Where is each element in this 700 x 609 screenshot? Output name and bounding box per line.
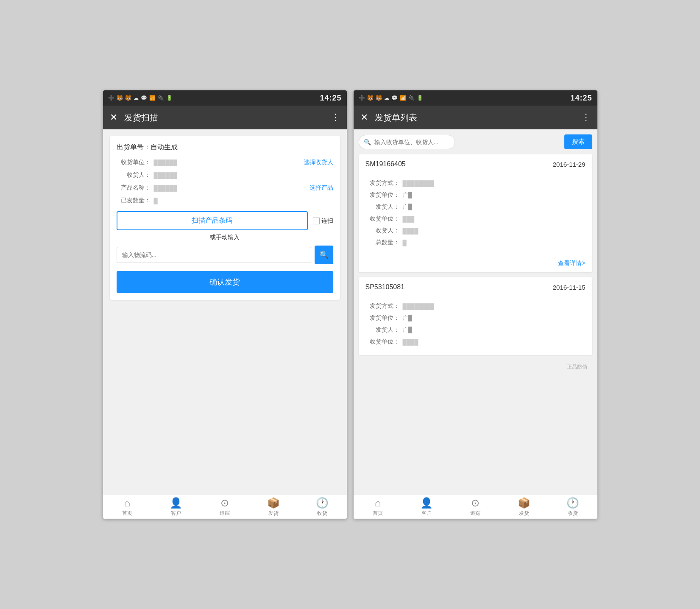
r-nav-customer-label: 客户: [421, 510, 432, 517]
order-2-ship-method: 发货方式： ████████: [365, 302, 586, 310]
list-search-button[interactable]: 搜索: [564, 134, 592, 149]
manual-input-text: 或手动输入: [117, 234, 333, 241]
shipper-value-1: 广█: [403, 203, 412, 211]
search-icon-left: 🔍: [364, 139, 371, 145]
nav-ship-label: 发货: [268, 510, 279, 517]
nav-track-label: 追踪: [220, 510, 230, 517]
select-receiver-link[interactable]: 选择收货人: [304, 159, 333, 166]
left-menu-icon[interactable]: ⋮: [331, 112, 340, 123]
order-1-total-qty: 总数量： █: [365, 239, 586, 246]
ship-method-label-2: 发货方式：: [365, 302, 399, 310]
right-app-title: 发货单列表: [375, 112, 581, 123]
confirm-ship-button[interactable]: 确认发货: [117, 271, 333, 293]
status-icons-left: ➕ 🐯 🐯 ☁ 💬 📶 🔌 🔋: [108, 95, 173, 101]
continuous-scan-text: 连扫: [321, 217, 333, 225]
logistics-search-row: 🔍: [117, 246, 333, 264]
right-phone: ➕ 🐯 🐯 ☁ 💬 📶 🔌 🔋 14:25 ✕ 发货单列表 ⋮ 🔍: [354, 90, 597, 519]
order-1-date: 2016-11-29: [553, 161, 586, 168]
total-qty-label-1: 总数量：: [365, 239, 399, 246]
chat-icon: 💬: [141, 95, 147, 101]
card-title: 出货单号：自动生成: [117, 143, 333, 152]
r-nav-receive-label: 收货: [568, 510, 578, 517]
receiver-person-value: ██████: [154, 172, 333, 179]
nav-customer-label: 客户: [171, 510, 181, 517]
left-bottom-nav: ⌂ 首页 👤 客户 ⊙ 追踪 📦 发货 🕐 收货: [103, 494, 347, 519]
order-2-header: SP53105081 2016-11-15: [359, 277, 592, 297]
wifi-icon: 📶: [149, 95, 156, 101]
list-search-input[interactable]: [359, 135, 455, 149]
r-nav-track[interactable]: ⊙ 追踪: [451, 498, 500, 517]
r-home-icon: ⌂: [375, 498, 381, 508]
r-nav-home[interactable]: ⌂ 首页: [354, 498, 402, 517]
nav-ship[interactable]: 📦 发货: [249, 498, 298, 517]
left-status-bar: ➕ 🐯 🐯 ☁ 💬 📶 🔌 🔋 14:25: [103, 90, 347, 106]
order-1-footer: 查看详情>: [359, 256, 592, 272]
right-status-icons: ➕ 🐯 🐯 ☁ 💬 📶 🔌 🔋: [359, 95, 423, 101]
shipped-qty-value: █: [154, 198, 333, 204]
order-2-shipper: 发货人： 广█: [365, 326, 586, 334]
notification-icon: ➕: [108, 95, 114, 101]
scan-barcode-button[interactable]: 扫描产品条码: [117, 211, 308, 230]
search-icon: 🔍: [319, 250, 329, 260]
r-track-icon: ⊙: [471, 498, 480, 508]
order-1-header: SM19166405 2016-11-29: [359, 154, 592, 174]
ship-unit-label-2: 发货单位：: [365, 314, 399, 322]
select-product-link[interactable]: 选择产品: [310, 184, 333, 192]
logistics-search-button[interactable]: 🔍: [315, 246, 333, 264]
receiver-unit-label: 收货单位：: [117, 159, 151, 166]
r-weather-icon: ☁: [384, 95, 389, 101]
receiver-person-row: 收货人： ██████: [117, 171, 333, 179]
logistics-input[interactable]: [117, 247, 311, 263]
receiver-value-1: ████: [403, 228, 418, 234]
order-1-recv-unit: 收货单位： ███: [365, 215, 586, 223]
shipper-label-2: 发货人：: [365, 326, 399, 334]
r-app-icon-1: 🐯: [367, 95, 374, 101]
order-card-1: SM19166405 2016-11-29 发货方式： ████████ 发货单…: [359, 154, 592, 272]
r-wifi-icon: 📶: [400, 95, 406, 101]
nav-track[interactable]: ⊙ 追踪: [201, 498, 249, 517]
order-2-ship-unit: 发货单位： 广█: [365, 314, 586, 322]
r-ship-icon: 📦: [518, 498, 530, 508]
r-notification-icon: ➕: [359, 95, 365, 101]
r-nav-ship-label: 发货: [519, 510, 529, 517]
app-icon-2: 🐯: [125, 95, 131, 101]
nav-receive[interactable]: 🕐 收货: [298, 498, 347, 517]
nav-home-label: 首页: [122, 510, 132, 517]
nav-customer[interactable]: 👤 客户: [152, 498, 201, 517]
recv-unit-value-1: ███: [403, 216, 415, 222]
total-qty-value-1: █: [403, 240, 407, 246]
r-nav-receive[interactable]: 🕐 收货: [549, 498, 597, 517]
search-input-wrapper: 🔍: [359, 135, 561, 149]
watermark: 正品防伪: [359, 360, 592, 374]
left-app-title: 发货扫描: [124, 112, 331, 123]
ship-unit-value-1: 广█: [403, 191, 412, 199]
right-close-icon[interactable]: ✕: [360, 112, 368, 123]
ship-unit-value-2: 广█: [403, 314, 412, 322]
left-close-icon[interactable]: ✕: [110, 112, 117, 123]
right-status-bar: ➕ 🐯 🐯 ☁ 💬 📶 🔌 🔋 14:25: [354, 90, 597, 106]
battery-icon: 🔋: [166, 95, 173, 101]
order-1-detail-link[interactable]: 查看详情>: [558, 260, 585, 266]
nav-home[interactable]: ⌂ 首页: [103, 498, 152, 517]
shipper-label-1: 发货人：: [365, 203, 399, 211]
receiver-person-label: 收货人：: [117, 171, 151, 179]
track-icon: ⊙: [220, 498, 229, 508]
scan-area: 扫描产品条码 连扫: [117, 211, 333, 230]
continuous-scan-checkbox[interactable]: [313, 218, 320, 224]
r-nav-ship[interactable]: 📦 发货: [500, 498, 549, 517]
order-2-id: SP53105081: [365, 283, 405, 291]
r-app-icon-2: 🐯: [376, 95, 382, 101]
order-1-receiver: 收货人： ████: [365, 227, 586, 235]
screen-container: ➕ 🐯 🐯 ☁ 💬 📶 🔌 🔋 14:25 ✕ 发货扫描 ⋮ 出货单号：自动生成: [103, 90, 597, 519]
r-nav-home-label: 首页: [373, 510, 383, 517]
right-menu-icon[interactable]: ⋮: [581, 112, 591, 123]
continuous-scan-label: 连扫: [313, 217, 333, 225]
product-name-label: 产品名称：: [117, 184, 151, 192]
right-app-bar: ✕ 发货单列表 ⋮: [354, 106, 597, 129]
left-time: 14:25: [320, 94, 341, 103]
receiver-unit-row: 收货单位： ██████ 选择收货人: [117, 159, 333, 166]
r-nav-customer[interactable]: 👤 客户: [402, 498, 451, 517]
r-battery-icon: 🔋: [417, 95, 423, 101]
left-content: 出货单号：自动生成 收货单位： ██████ 选择收货人 收货人： ██████…: [103, 129, 347, 494]
recv-unit-label-1: 收货单位：: [365, 215, 399, 223]
